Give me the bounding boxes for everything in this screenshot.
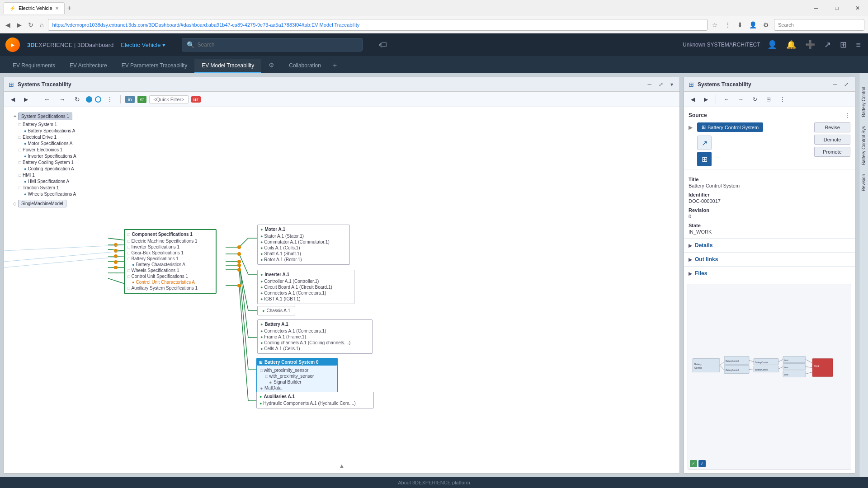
scroll-down-indicator[interactable]: ▲ xyxy=(339,462,345,469)
right-more-btn[interactable]: ⋮ xyxy=(777,94,788,104)
demote-button[interactable]: Demote xyxy=(814,135,850,145)
browser-search-input[interactable] xyxy=(774,19,864,31)
diagram-nav-right[interactable]: → xyxy=(56,94,69,105)
right-expand-button[interactable]: ⤢ xyxy=(842,80,850,89)
close-button[interactable]: ✕ xyxy=(847,0,868,16)
battery-specs-a-node[interactable]: ● Battery Specifications A xyxy=(24,128,108,134)
hmi-specs-node[interactable]: ● HMI Specifications A xyxy=(24,178,108,184)
bookmark-icon[interactable]: 🏷 xyxy=(379,40,387,50)
right-refresh-btn[interactable]: ↻ xyxy=(750,94,760,104)
share-2-icon-btn[interactable]: ⊞ xyxy=(697,152,712,166)
battery-control-system-box[interactable]: ⊞ Battery Control System 0 □ with_proxim… xyxy=(256,358,338,394)
elec-drive-node[interactable]: □ Electrical Drive 1 xyxy=(19,134,108,141)
details-collapse-header[interactable]: ▶ Details xyxy=(684,239,855,252)
hmi-node[interactable]: □ HMI 1 xyxy=(19,172,108,178)
browser-tab[interactable]: ⚡ Electric Vehicle ✕ xyxy=(4,2,65,14)
toggle-btn1[interactable] xyxy=(86,96,92,103)
check-btn-1[interactable]: ✓ xyxy=(690,460,697,467)
tab-ev-model-traceability[interactable]: EV Model Traceability xyxy=(194,59,261,73)
battery-cool-node[interactable]: □ Battery Cooling System 1 xyxy=(19,159,108,166)
tab-ev-parameters[interactable]: EV Parameters Traceability xyxy=(114,59,194,73)
svg-text:item: item xyxy=(784,374,788,376)
svg-point-17 xyxy=(114,260,118,264)
tab-ev-architecture[interactable]: EV Architecture xyxy=(62,59,114,73)
motor-specs-node[interactable]: ● Motor Specifications A xyxy=(24,141,108,146)
source-item-button[interactable]: ⊞ Battery Control System xyxy=(697,122,763,132)
minimize-button[interactable]: ─ xyxy=(806,0,826,16)
extensions-button[interactable]: ⋮ xyxy=(722,20,733,30)
app-title-dropdown[interactable]: Electric Vehicle ▾ xyxy=(121,42,165,48)
download-button[interactable]: ⬇ xyxy=(735,20,745,30)
component-specs-box[interactable]: □ Component Specifications 1 □Electric M… xyxy=(124,229,217,294)
nav-fwd-button[interactable]: ▶ xyxy=(21,94,31,104)
wheels-specs-node[interactable]: ● Wheels Specifications A xyxy=(24,191,108,197)
home-button[interactable]: ⌂ xyxy=(38,19,45,30)
cooling-spec-label: Cooling Specification A xyxy=(28,166,74,171)
files-collapse-header[interactable]: ▶ Files xyxy=(684,267,855,280)
share-button[interactable]: ↗ xyxy=(822,38,833,52)
svg-point-9 xyxy=(237,252,241,256)
filter-badge[interactable]: ur xyxy=(191,96,201,103)
right-strip-label-1[interactable]: Battery Control xyxy=(861,87,866,117)
tab-collaboration[interactable]: Collaboration xyxy=(282,59,328,73)
inverter-a1-box[interactable]: ● Inverter A.1 ● Controller A.1 (Control… xyxy=(257,270,354,304)
promote-button[interactable]: Promote xyxy=(814,147,850,157)
battery-a1-box[interactable]: ● Battery A.1 ● Connectors A.1 (Connecto… xyxy=(257,319,373,354)
inverter-specs-node[interactable]: ● Inverter Specifications A xyxy=(24,153,108,159)
motor-a1-box[interactable]: ● Motor A.1 ● Stator A.1 (Stator.1) ● Co… xyxy=(257,225,350,265)
revise-button[interactable]: Revise xyxy=(814,122,850,132)
auxiliaries-a1-box[interactable]: ● Auxiliaries A.1 ● Hydraulic Components… xyxy=(256,392,374,408)
quick-filter-box[interactable]: <Quick Filter> xyxy=(149,95,188,103)
tab-ev-requirements[interactable]: EV Requirements xyxy=(5,59,62,73)
right-strip-label-2[interactable]: Battery Control Sys xyxy=(861,126,866,165)
diagram-nav-left[interactable]: ← xyxy=(41,94,53,105)
add-tab-button[interactable]: + xyxy=(328,58,341,73)
right-nav-next[interactable]: ▶ xyxy=(701,94,711,104)
menu-button[interactable]: ≡ xyxy=(854,38,863,52)
power-elec-node[interactable]: □ Power Electronics 1 xyxy=(19,146,108,153)
cooling-spec-node[interactable]: ● Cooling Specification A xyxy=(24,166,108,172)
right-fwd-btn[interactable]: → xyxy=(735,94,747,104)
nav-back-button[interactable]: ◀ xyxy=(8,94,18,104)
toggle-btn2[interactable] xyxy=(95,96,101,103)
share-icon-btn[interactable]: ↗ xyxy=(697,136,712,150)
right-strip-label-3[interactable]: Revision xyxy=(861,174,866,191)
battery-sys-node[interactable]: □ Battery System 1 xyxy=(19,121,108,128)
right-layout-btn[interactable]: ⊟ xyxy=(763,94,774,104)
more-options-button[interactable]: ⋮ xyxy=(104,94,116,104)
tab-close-icon[interactable]: ✕ xyxy=(55,6,59,11)
back-button[interactable]: ◀ xyxy=(4,19,12,30)
panel-menu-button[interactable]: ▾ xyxy=(669,80,675,89)
bookmark-star-button[interactable]: ☆ xyxy=(710,19,720,30)
traction-node[interactable]: □ Traction System 1 xyxy=(19,184,108,191)
in-filter-button[interactable]: in xyxy=(125,96,135,103)
chassis-a1-box[interactable]: ● Chassis A.1 xyxy=(257,306,295,315)
st-filter-button[interactable]: st xyxy=(137,96,147,103)
header-search-input[interactable] xyxy=(197,42,358,48)
user-icon-button[interactable]: 👤 xyxy=(765,38,779,52)
notifications-button[interactable]: 🔔 xyxy=(784,38,798,52)
single-machine-node[interactable]: ◇ SingleMachineModel xyxy=(13,200,108,207)
check-btn-2[interactable]: ✓ xyxy=(698,460,706,467)
settings-button[interactable]: ⚙ xyxy=(761,20,771,30)
url-bar[interactable] xyxy=(48,19,708,31)
add-button[interactable]: ➕ xyxy=(803,38,817,52)
expand-panel-button[interactable]: ⤢ xyxy=(657,80,665,89)
maximize-button[interactable]: □ xyxy=(826,0,847,16)
sys-spec-node[interactable]: ✦ System Specifications 1 xyxy=(13,112,108,121)
new-tab-button[interactable]: + xyxy=(65,3,74,13)
source-more-btn[interactable]: ⋮ xyxy=(844,112,850,119)
forward-button[interactable]: ▶ xyxy=(15,19,24,30)
right-nav-prev[interactable]: ◀ xyxy=(688,94,698,104)
right-minimize-button[interactable]: ─ xyxy=(831,80,839,89)
refresh-button[interactable]: ↻ xyxy=(71,94,83,105)
sys-spec-label: System Specifications 1 xyxy=(18,113,72,120)
right-back-btn[interactable]: ← xyxy=(721,94,732,104)
apps-button[interactable]: ⊞ xyxy=(838,38,849,52)
out-links-collapse-header[interactable]: ▶ Out links xyxy=(684,253,855,266)
source-expand-arrow[interactable]: ▶ xyxy=(689,124,693,131)
minimize-panel-button[interactable]: ─ xyxy=(646,80,653,89)
motor-item-2: ● Commutator A.1 (Commutator.1) xyxy=(260,239,347,245)
person-button[interactable]: 👤 xyxy=(747,20,759,30)
reload-button[interactable]: ↻ xyxy=(26,19,35,30)
